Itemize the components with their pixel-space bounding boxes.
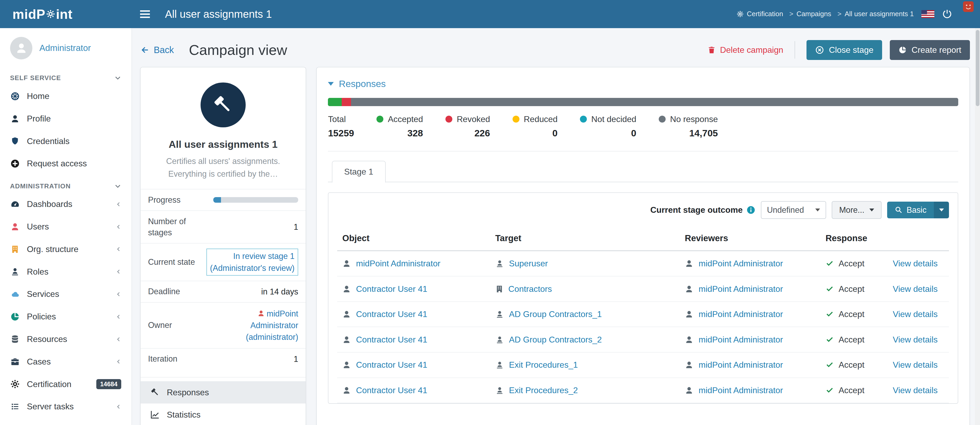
check-icon: [826, 310, 834, 318]
sidebar-item-home[interactable]: Home: [0, 85, 131, 107]
sidebar-item-roles[interactable]: Roles: [0, 261, 131, 283]
cloud-icon: [10, 290, 20, 298]
sidebar-item-resources[interactable]: Resources: [0, 328, 131, 350]
section-administration[interactable]: ADMINISTRATION: [0, 175, 131, 193]
campaign-summary-card: All user assignments 1 Certifies all use…: [140, 67, 306, 425]
object-link[interactable]: Contractor User 41: [356, 360, 427, 370]
response-value: Accept: [838, 259, 864, 269]
check-icon: [826, 361, 834, 369]
sidebar-item-label: Org. structure: [27, 244, 78, 254]
sidebar-item-users[interactable]: Users: [0, 215, 131, 238]
current-stage-outcome-label: Current stage outcome: [650, 205, 755, 215]
reviewer-link[interactable]: midPoint Administrator: [698, 259, 783, 269]
info-icon[interactable]: [746, 205, 755, 214]
detail-row-stages: Number of stages 1: [141, 210, 306, 243]
sidebar-item-server-tasks[interactable]: Server tasks: [0, 395, 131, 418]
more-dropdown-button[interactable]: More...: [832, 201, 881, 219]
target-link[interactable]: Exit Procedures_1: [509, 360, 578, 370]
view-details-link[interactable]: View details: [893, 385, 937, 395]
role-icon: [495, 361, 504, 369]
object-link[interactable]: Contractor User 41: [356, 309, 427, 319]
sidebar-item-policies[interactable]: Policies: [0, 306, 131, 328]
table-row: Contractor User 41 Contractors midPoint …: [337, 276, 949, 302]
campaign-name: All user assignments 1: [141, 139, 306, 150]
sidebar-item-profile[interactable]: Profile: [0, 107, 131, 130]
sidebar-user-name[interactable]: Administrator: [39, 43, 91, 53]
stage-tabs: Stage 1: [328, 160, 958, 182]
outcome-select[interactable]: Undefined: [761, 201, 826, 219]
header-right: Certification Campaigns All user assignm…: [737, 9, 980, 19]
target-link[interactable]: AD Group Contractors_2: [509, 335, 602, 345]
chevron-down-icon: [115, 75, 121, 81]
menu-toggle-icon[interactable]: [140, 10, 150, 12]
target-link[interactable]: Superuser: [509, 259, 548, 269]
stat-no-response-value: 14,705: [659, 128, 718, 138]
breadcrumb-campaigns[interactable]: Campaigns: [786, 10, 831, 18]
menu-item-responses[interactable]: Responses: [141, 381, 306, 404]
stat-revoked: Revoked 226: [445, 115, 490, 138]
object-link[interactable]: Contractor User 41: [356, 385, 427, 395]
sidebar-item-credentials[interactable]: Credentials: [0, 130, 131, 153]
target-link[interactable]: Contractors: [508, 284, 552, 294]
delete-campaign-button[interactable]: Delete campaign: [708, 45, 783, 55]
stat-not-decided: Not decided 0: [580, 115, 636, 138]
close-stage-button[interactable]: Close stage: [807, 40, 882, 60]
chevron-left-icon: [116, 246, 121, 253]
sidebar-item-org-structure[interactable]: Org. structure: [0, 238, 131, 261]
search-mode-dropdown[interactable]: [934, 202, 949, 218]
basic-search-button[interactable]: Basic: [887, 202, 934, 218]
certification-icon: [737, 11, 744, 18]
detail-row-current-state: Current state In review stage 1 (Adminis…: [141, 243, 306, 281]
target-link[interactable]: AD Group Contractors_1: [509, 309, 602, 319]
owner-name: midPoint Administrator (administrator): [246, 309, 298, 342]
target-link[interactable]: Exit Procedures_2: [509, 385, 578, 395]
plus-circle-icon: [10, 159, 20, 168]
create-report-button[interactable]: Create report: [890, 40, 970, 60]
breadcrumb-certification[interactable]: Certification: [747, 10, 783, 18]
sidebar-item-dashboards[interactable]: Dashboards: [0, 193, 131, 215]
reviewer-link[interactable]: midPoint Administrator: [698, 309, 783, 319]
table-row: Contractor User 41 AD Group Contractors_…: [337, 327, 949, 352]
sidebar-item-services[interactable]: Services: [0, 283, 131, 306]
user-icon: [10, 114, 20, 123]
main-content: Back Campaign view Delete campaign Close…: [131, 28, 980, 425]
view-details-link[interactable]: View details: [893, 309, 937, 319]
sidebar-item-cases[interactable]: Cases: [0, 350, 131, 373]
section-self-service-label: SELF SERVICE: [10, 74, 61, 82]
campaign-gavel-badge: [200, 83, 246, 127]
top-header: midPint All user assignments 1 Certifica…: [0, 0, 980, 28]
stage-panel: Current stage outcome Undefined More...: [328, 193, 958, 404]
owner-link[interactable]: midPoint Administrator (administrator): [216, 308, 298, 343]
user-icon: [342, 361, 351, 369]
trash-icon: [708, 46, 716, 54]
object-link[interactable]: Contractor User 41: [356, 284, 427, 294]
view-details-link[interactable]: View details: [893, 335, 937, 344]
tab-stage-1[interactable]: Stage 1: [332, 161, 386, 182]
sidebar-user-panel[interactable]: Administrator: [0, 28, 131, 67]
view-details-link[interactable]: View details: [893, 284, 937, 294]
current-state-link[interactable]: In review stage 1 (Administrator's revie…: [207, 248, 298, 275]
responses-collapse-header[interactable]: Responses: [328, 78, 958, 89]
gavel-icon: [150, 388, 160, 397]
reviewer-link[interactable]: midPoint Administrator: [698, 335, 783, 345]
view-details-link[interactable]: View details: [893, 360, 937, 369]
view-details-link[interactable]: View details: [893, 259, 937, 268]
menu-item-statistics[interactable]: Statistics: [141, 404, 306, 425]
object-link[interactable]: midPoint Administrator: [356, 259, 441, 269]
reviewer-link[interactable]: midPoint Administrator: [698, 360, 783, 370]
outcome-selected-value: Undefined: [767, 205, 804, 215]
logout-power-icon[interactable]: [942, 9, 952, 19]
back-button[interactable]: Back: [140, 45, 174, 55]
response-value: Accept: [838, 309, 864, 319]
sidebar-item-certification[interactable]: Certification 14684: [0, 373, 131, 396]
user-avatar-badge[interactable]: [963, 1, 974, 12]
reviewer-link[interactable]: midPoint Administrator: [698, 385, 783, 395]
reviewer-link[interactable]: midPoint Administrator: [698, 284, 783, 294]
vertical-scrollbar[interactable]: [975, 28, 980, 425]
object-link[interactable]: Contractor User 41: [356, 335, 427, 345]
app-logo[interactable]: midPint: [0, 0, 131, 28]
sidebar-item-request-access[interactable]: Request access: [0, 152, 131, 175]
locale-flag-icon[interactable]: [921, 10, 934, 18]
scrollbar-thumb[interactable]: [976, 30, 980, 106]
section-self-service[interactable]: SELF SERVICE: [0, 67, 131, 85]
